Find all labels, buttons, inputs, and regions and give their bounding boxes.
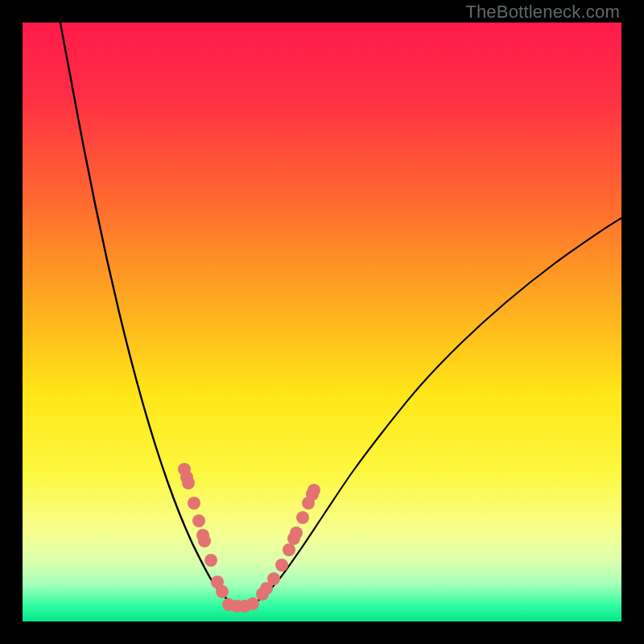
marker-left-dots xyxy=(192,514,205,527)
marker-left-dots xyxy=(204,554,217,567)
marker-right-dots xyxy=(283,543,295,556)
watermark-label: TheBottleneck.com xyxy=(465,2,620,23)
marker-right-dots xyxy=(290,526,303,539)
marker-right-dots xyxy=(267,572,280,585)
marker-right-dots xyxy=(308,484,320,497)
marker-right-dots xyxy=(296,511,309,524)
series-left-curve xyxy=(59,23,242,607)
marker-left-dots xyxy=(182,477,195,489)
marker-left-dots xyxy=(216,585,229,598)
marker-left-dots xyxy=(198,535,211,547)
series-right-curve xyxy=(242,218,621,607)
marker-bottom-dots xyxy=(246,597,259,610)
marker-left-dots xyxy=(188,497,200,510)
marker-right-dots xyxy=(275,559,288,572)
plot-frame xyxy=(23,23,621,621)
plot-curves xyxy=(23,23,621,621)
